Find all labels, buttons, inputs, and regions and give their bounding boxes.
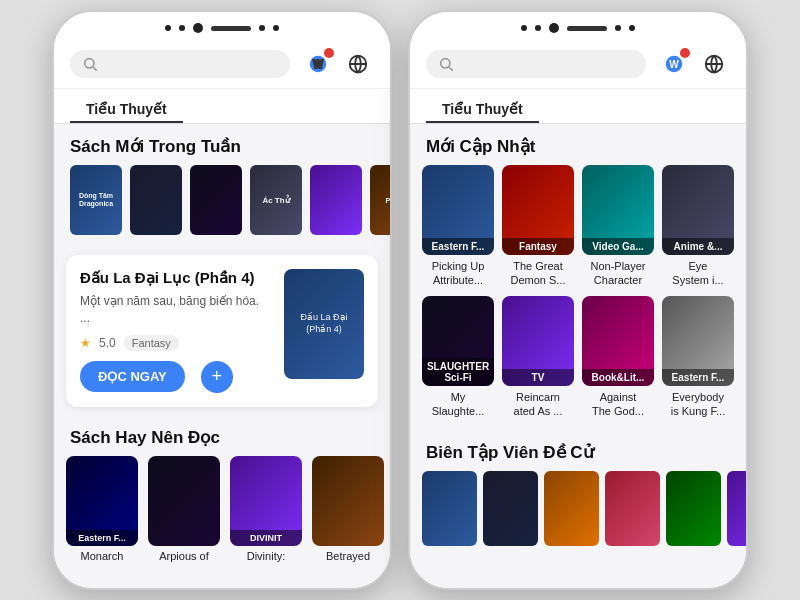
- phone-right: W Tiểu Thuyết: [408, 10, 748, 590]
- featured-card-left: Đấu La Đại Lục (Phần 4) Một vạn năm sau,…: [66, 255, 378, 407]
- list-item[interactable]: [190, 165, 242, 235]
- book-cover: [148, 456, 220, 546]
- genre-tag: Fantasy: [124, 335, 179, 351]
- category-name: MySlaughte...: [432, 390, 485, 419]
- book-cover: [130, 165, 182, 235]
- featured-info: Đấu La Đại Lục (Phần 4) Một vạn năm sau,…: [80, 269, 272, 393]
- featured-meta: ★ 5.0 Fantasy: [80, 335, 272, 351]
- book-cover: DIVINIT: [230, 456, 302, 546]
- globe-icon-left: [347, 53, 369, 75]
- section-title-2-left: Sách Hay Nên Đọc: [54, 415, 390, 456]
- featured-cover: Đấu La Đại (Phần 4): [284, 269, 364, 379]
- list-item[interactable]: [605, 471, 660, 546]
- list-item[interactable]: [666, 471, 721, 546]
- category-label: Video Ga...: [582, 238, 654, 255]
- dot-r-right: [629, 25, 635, 31]
- svg-line-1: [93, 67, 97, 71]
- category-cover: SLAUGHTER Sci-Fi: [422, 296, 494, 386]
- notification-btn-left[interactable]: W: [302, 48, 334, 80]
- section-title-1-left: Sách Mới Trong Tuần: [54, 124, 390, 165]
- dot-r-mid-right: [615, 25, 621, 31]
- phone-top-bar-right: [410, 12, 746, 40]
- category-name: Non-PlayerCharacter: [590, 259, 645, 288]
- svg-point-0: [85, 59, 94, 68]
- phone-content-left: W Tiểu Thuyết: [54, 40, 390, 588]
- nav-tab-right[interactable]: Tiểu Thuyết: [426, 93, 539, 123]
- list-item[interactable]: Betrayed: [312, 456, 384, 562]
- list-item[interactable]: Arpious of: [148, 456, 220, 562]
- section-title-1-right: Mới Cập Nhật: [410, 124, 746, 165]
- category-cover: Eastern F...: [422, 165, 494, 255]
- list-item[interactable]: Penny: [370, 165, 390, 235]
- list-item[interactable]: [727, 471, 746, 546]
- list-item[interactable]: Ác Thử: [250, 165, 302, 235]
- dot-mid-right: [259, 25, 265, 31]
- dot-right: [273, 25, 279, 31]
- list-item[interactable]: Dòng Tâm Dragonica: [70, 165, 122, 235]
- book-cover: Ác Thử: [250, 165, 302, 235]
- globe-icon-right: [703, 53, 725, 75]
- header-icons-right: W: [658, 48, 730, 80]
- category-name: EyeSystem i...: [672, 259, 723, 288]
- book-cover: [310, 165, 362, 235]
- list-item[interactable]: Fantasy The GreatDemon S...: [502, 165, 574, 288]
- category-label: Book&Lit...: [582, 369, 654, 386]
- tab-bar-right: Tiểu Thuyết: [410, 89, 746, 124]
- add-button[interactable]: +: [201, 361, 233, 393]
- list-item[interactable]: [544, 471, 599, 546]
- camera-right: [549, 23, 559, 33]
- dot-left: [165, 25, 171, 31]
- svg-point-6: [441, 59, 450, 68]
- list-item[interactable]: SLAUGHTER Sci-Fi MySlaughte...: [422, 296, 494, 419]
- category-label: Fantasy: [502, 238, 574, 255]
- list-item[interactable]: Anime &... EyeSystem i...: [662, 165, 734, 288]
- speaker-right: [567, 26, 607, 31]
- search-bar-right[interactable]: [426, 50, 646, 78]
- category-name: Picking UpAttribute...: [432, 259, 485, 288]
- rating-value: 5.0: [99, 336, 116, 350]
- globe-btn-right[interactable]: [698, 48, 730, 80]
- tab-bar-left: Tiểu Thuyết: [54, 89, 390, 124]
- category-cover: Eastern F...: [662, 296, 734, 386]
- list-item[interactable]: [483, 471, 538, 546]
- book-cover: Penny: [370, 165, 390, 235]
- section2-books: Eastern F... Monarch Arpious of DIVINIT …: [54, 456, 390, 578]
- list-item[interactable]: [422, 471, 477, 546]
- list-item[interactable]: Eastern F... Everybodyis Kung F...: [662, 296, 734, 419]
- list-item[interactable]: DIVINIT Divinity:: [230, 456, 302, 562]
- category-label: Eastern F...: [422, 238, 494, 255]
- featured-title: Đấu La Đại Lục (Phần 4): [80, 269, 272, 287]
- list-item[interactable]: [310, 165, 362, 235]
- list-item[interactable]: [130, 165, 182, 235]
- speaker-left: [211, 26, 251, 31]
- featured-desc: Một vạn năm sau, băng biến hóa. ...: [80, 293, 272, 327]
- search-bar-left[interactable]: [70, 50, 290, 78]
- star-icon: ★: [80, 336, 91, 350]
- list-item[interactable]: Eastern F... Picking UpAttribute...: [422, 165, 494, 288]
- against-the-god-text: AgainstThe God...: [592, 390, 644, 419]
- book-cover: Dòng Tâm Dragonica: [70, 165, 122, 235]
- book-title: Monarch: [66, 550, 138, 562]
- category-cover: TV: [502, 296, 574, 386]
- globe-btn-left[interactable]: [342, 48, 374, 80]
- category-cover: Anime &...: [662, 165, 734, 255]
- dot-r-left: [521, 25, 527, 31]
- phone-top-bar-left: [54, 12, 390, 40]
- dot-mid-left: [179, 25, 185, 31]
- list-item[interactable]: Eastern F... Monarch: [66, 456, 138, 562]
- read-now-button[interactable]: ĐỌC NGAY: [80, 361, 185, 392]
- list-item[interactable]: TV Reincarnated As ...: [502, 296, 574, 419]
- notification-btn-right[interactable]: W: [658, 48, 690, 80]
- dot-r-mid-left: [535, 25, 541, 31]
- book-title: Betrayed: [312, 550, 384, 562]
- category-cover: Video Ga...: [582, 165, 654, 255]
- svg-text:W: W: [313, 59, 323, 70]
- nav-tab-left[interactable]: Tiểu Thuyết: [70, 93, 183, 123]
- search-icon-left: [82, 56, 98, 72]
- section-title-2-right: Biên Tập Viên Đề Cử: [410, 430, 746, 471]
- list-item[interactable]: Video Ga... Non-PlayerCharacter: [582, 165, 654, 288]
- category-label: TV: [502, 369, 574, 386]
- book-cover: Eastern F...: [66, 456, 138, 546]
- category-cover: Book&Lit...: [582, 296, 654, 386]
- list-item[interactable]: Book&Lit... AgainstThe God...: [582, 296, 654, 419]
